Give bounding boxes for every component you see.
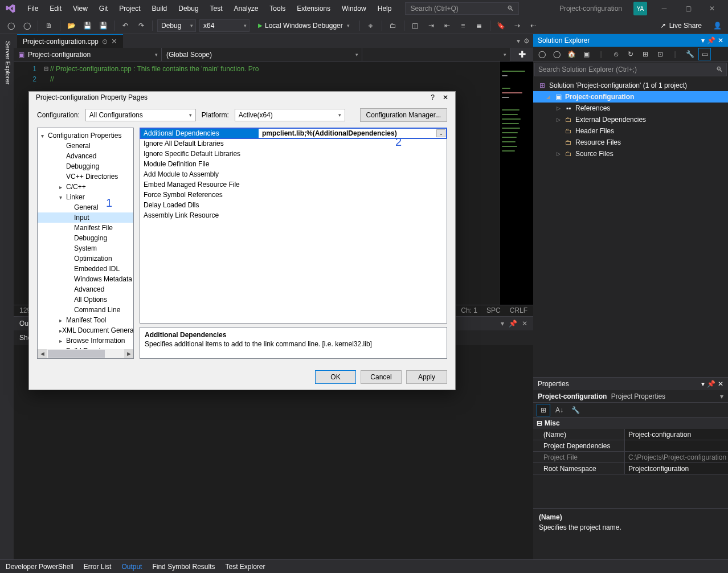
grid-row[interactable]: Force Symbol References — [140, 190, 447, 200]
property-value[interactable] — [259, 138, 447, 149]
expand-icon[interactable]: ▷ — [555, 151, 562, 157]
property-value[interactable]: pmpclient.lib;%(AdditionalDependencies)⌄ — [259, 128, 447, 138]
header-files-node[interactable]: 🗀 Header Files — [533, 125, 728, 137]
tree-node[interactable]: ▸Manifest Tool — [38, 315, 133, 325]
references-node[interactable]: ▷ ▪▪ References — [533, 103, 728, 114]
menu-test[interactable]: Test — [205, 1, 228, 16]
back-icon[interactable]: ◯ — [5, 19, 17, 32]
attach-icon[interactable]: ⎆ — [365, 19, 377, 32]
external-deps-node[interactable]: ▷ 🗀 External Dependencies — [533, 114, 728, 125]
scroll-left-icon[interactable]: ◀ — [38, 349, 47, 358]
project-node[interactable]: ◢ ▣ Project-configuration — [533, 91, 728, 103]
properties-icon[interactable]: 🔧 — [684, 48, 696, 60]
tree-node[interactable]: Embedded IDL — [38, 264, 133, 274]
tool-icon-4[interactable]: ≡ — [457, 19, 469, 32]
expand-icon[interactable]: ▷ — [555, 105, 562, 111]
config-select[interactable]: All Configurations — [85, 109, 196, 121]
preview-icon[interactable]: ▭ — [698, 48, 711, 60]
cancel-button[interactable]: Cancel — [361, 370, 402, 384]
bookmark-icon[interactable]: 🔖 — [495, 19, 508, 32]
tree-node[interactable]: Manifest File — [38, 223, 133, 233]
feedback-icon[interactable]: 👤 — [711, 19, 723, 32]
expand-icon[interactable]: ▸ — [59, 184, 66, 190]
property-value[interactable] — [259, 159, 447, 169]
tab-powershell[interactable]: Developer PowerShell — [6, 563, 73, 571]
tab-test-explorer[interactable]: Test Explorer — [226, 563, 265, 571]
config-combo[interactable]: Debug — [157, 19, 196, 32]
expand-icon[interactable]: ▾ — [41, 133, 48, 139]
expand-icon[interactable]: ▾ — [59, 194, 66, 200]
menu-build[interactable]: Build — [146, 1, 173, 16]
redo-icon[interactable]: ↷ — [135, 19, 148, 32]
folder-icon[interactable]: 🗀 — [387, 19, 399, 32]
pending-changes-icon[interactable]: ⎋ — [610, 48, 622, 60]
live-share-button[interactable]: ↗ Live Share — [660, 22, 702, 30]
ok-button[interactable]: OK — [315, 370, 356, 384]
toolbox-tab[interactable]: Toolbox — [0, 34, 2, 559]
collapse-icon[interactable]: ⊞ — [639, 48, 652, 60]
collapse-icon[interactable]: ⊟ — [537, 419, 542, 427]
menu-window[interactable]: Window — [336, 1, 372, 16]
user-avatar[interactable]: YA — [633, 2, 647, 15]
menu-analyze[interactable]: Analyze — [228, 1, 264, 16]
menu-project[interactable]: Project — [113, 1, 146, 16]
tree-node[interactable]: All Options — [38, 294, 133, 305]
property-row[interactable]: Project File C:\Projects\Project-configu… — [533, 452, 728, 463]
tree-node[interactable]: System — [38, 243, 133, 253]
close-tab-icon[interactable]: ✕ — [111, 37, 117, 46]
tree-node[interactable]: Command Line — [38, 305, 133, 315]
platform-combo[interactable]: x64 — [199, 19, 250, 32]
property-value[interactable] — [259, 149, 447, 159]
tree-node[interactable]: VC++ Directories — [38, 171, 133, 182]
home-icon[interactable]: 🏠 — [565, 48, 578, 60]
tab-dropdown-icon[interactable]: ▾ — [517, 37, 520, 45]
menu-edit[interactable]: Edit — [44, 1, 67, 16]
dropdown-icon[interactable]: ⌄ — [436, 129, 445, 137]
scroll-right-icon[interactable]: ▶ — [124, 349, 133, 358]
grid-row[interactable]: Assembly Link Resource — [140, 210, 447, 220]
horizontal-scrollbar[interactable]: ◀ ▶ — [38, 349, 133, 358]
close-button[interactable]: ✕ — [701, 1, 723, 16]
back-icon[interactable]: ◯ — [535, 48, 548, 60]
tree-node[interactable]: ▾Linker — [38, 192, 133, 202]
source-files-node[interactable]: ▷ 🗀 Source Files — [533, 148, 728, 159]
server-explorer-tab[interactable]: Server Explorer — [2, 34, 14, 559]
nav-member-combo[interactable] — [362, 48, 510, 61]
nav-scope-combo[interactable]: (Global Scope) — [162, 48, 362, 61]
tool-icon-2[interactable]: ⇥ — [425, 19, 437, 32]
panel-dropdown-icon[interactable]: ▾ — [701, 380, 705, 388]
bookmark-nav-icon[interactable]: ⇢ — [511, 19, 523, 32]
property-row[interactable]: Project Dependencies — [533, 440, 728, 452]
switch-views-icon[interactable]: ▣ — [580, 48, 592, 60]
scroll-thumb[interactable] — [48, 350, 105, 358]
tool-icon-3[interactable]: ⇤ — [441, 19, 453, 32]
property-grid[interactable]: Additional Dependenciespmpclient.lib;%(A… — [140, 128, 447, 324]
split-editor-button[interactable]: ✚ — [510, 48, 533, 61]
refresh-icon[interactable]: ↻ — [624, 48, 637, 60]
grid-row[interactable]: Module Definition File — [140, 159, 447, 169]
panel-dropdown-icon[interactable]: ▾ — [701, 36, 705, 44]
tab-error-list[interactable]: Error List — [84, 563, 112, 571]
sln-search-input[interactable]: Search Solution Explorer (Ctrl+;) 🔍︎ — [534, 63, 727, 76]
undo-icon[interactable]: ↶ — [119, 19, 132, 32]
dropdown-icon[interactable]: ▾ — [720, 392, 723, 400]
tree-node[interactable]: ▾Configuration Properties — [38, 130, 133, 141]
nav-project-combo[interactable]: ▣ Project-configuration — [14, 48, 162, 61]
grid-row[interactable]: Delay Loaded Dlls — [140, 200, 447, 210]
menu-debug[interactable]: Debug — [173, 1, 204, 16]
tree-node[interactable]: Advanced — [38, 151, 133, 161]
bookmark-nav2-icon[interactable]: ⇠ — [527, 19, 539, 32]
grid-row[interactable]: Ignore Specific Default Libraries — [140, 149, 447, 159]
expand-icon[interactable]: ▷ — [555, 117, 562, 122]
tree-node[interactable]: ▸C/C++ — [38, 182, 133, 192]
menu-tools[interactable]: Tools — [264, 1, 291, 16]
property-value[interactable] — [259, 190, 447, 200]
save-icon[interactable]: 💾 — [81, 19, 93, 32]
menu-git[interactable]: Git — [93, 1, 113, 16]
categorized-icon[interactable]: ⊞ — [537, 404, 550, 416]
property-value[interactable] — [259, 169, 447, 179]
properties-grid[interactable]: ⊟ Misc (Name) Project-configuration Proj… — [533, 418, 728, 508]
global-search-input[interactable]: Search (Ctrl+Q) 🔍︎ — [405, 2, 519, 15]
tab-gear-icon[interactable]: ⚙ — [523, 37, 530, 45]
expand-icon[interactable]: ▸ — [59, 338, 66, 344]
